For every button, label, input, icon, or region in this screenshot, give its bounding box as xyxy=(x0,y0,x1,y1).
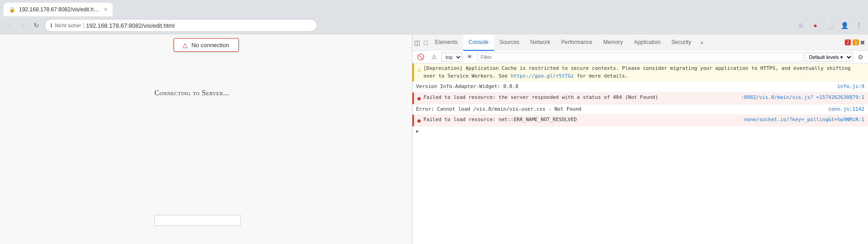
url-input[interactable] xyxy=(86,22,311,29)
devtools-panel: ◫ □ Elements Console Sources Network Per… xyxy=(412,34,868,244)
warn-count-badge: 1 xyxy=(853,39,859,45)
forward-button[interactable]: → xyxy=(17,20,28,31)
connecting-text: Connecting to Server... xyxy=(154,89,229,97)
devtools-error-indicators: 2 1 ✖ xyxy=(841,39,868,46)
browser-toolbar: ← → ↻ ℹ Nicht sicher | ☆ ● ⬜ 👤 ⋮ xyxy=(0,16,868,34)
error-count-badge: 2 xyxy=(845,39,851,45)
browser-window: 🔒 192.168.178.67:8082/vis/edit.html × ← … xyxy=(0,0,868,244)
console-caret: ▸ xyxy=(416,128,419,134)
extensions-button[interactable]: ⬜ xyxy=(824,20,835,31)
console-toolbar: 🚫 ⚠ top 👁 Default levels ▾ ⚙ xyxy=(412,51,868,63)
tab-favicon: 🔒 xyxy=(9,7,15,13)
devtools-tabs: Elements Console Sources Network Perform… xyxy=(429,34,841,51)
address-bar-container: ℹ Nicht sicher | xyxy=(45,19,317,32)
console-clear-button[interactable]: 🚫 xyxy=(414,53,427,61)
warn-icon: △ xyxy=(417,65,421,73)
console-line: ● Failed to load resource: the server re… xyxy=(412,93,868,104)
separator: | xyxy=(83,22,84,29)
tab-application[interactable]: Application xyxy=(629,34,666,51)
tab-bar: 🔒 192.168.178.67:8082/vis/edit.html × xyxy=(0,0,868,16)
tab-network[interactable]: Network xyxy=(525,34,556,51)
main-area: △ No connection Connecting to Server... … xyxy=(0,34,868,244)
security-label: Nicht sicher xyxy=(55,23,81,28)
devtools-settings-button[interactable]: ⚙ xyxy=(855,51,866,63)
webpage: △ No connection Connecting to Server... xyxy=(0,34,412,244)
console-source[interactable]: info.js:9 xyxy=(837,83,864,91)
menu-button[interactable]: ⋮ xyxy=(853,20,864,31)
devtools-top-toolbar: ◫ □ Elements Console Sources Network Per… xyxy=(412,34,868,51)
deprecation-link[interactable]: https://goo.gl/rStTGz xyxy=(511,73,574,79)
tab-elements[interactable]: Elements xyxy=(429,34,463,51)
console-line: Version Info-Adapter-Widget: 0.0.8 info.… xyxy=(412,82,868,93)
console-line: △ [Deprecation] Application Cache is res… xyxy=(412,63,868,82)
console-source[interactable]: none/socket.io/?key=_polling&t=%w9NMiR:1 xyxy=(744,116,864,124)
console-message-text: Failed to load resource: the server resp… xyxy=(423,94,737,102)
sync-button[interactable]: 👤 xyxy=(839,20,850,31)
devtools-more-tabs[interactable]: » xyxy=(697,39,707,46)
toolbar-right: ☆ ● ⬜ 👤 ⋮ xyxy=(795,20,864,31)
console-message-text: Version Info-Adapter-Widget: 0.0.8 xyxy=(416,83,833,91)
tab-sources[interactable]: Sources xyxy=(494,34,525,51)
browser-tab[interactable]: 🔒 192.168.178.67:8082/vis/edit.html × xyxy=(4,3,113,16)
tab-console[interactable]: Console xyxy=(463,34,494,51)
console-line: ● Failed to load resource: net::ERR_NAME… xyxy=(412,115,868,127)
error-icon: ● xyxy=(417,117,421,125)
console-filter-input[interactable] xyxy=(477,53,803,62)
console-filter-toggle[interactable]: ⚠ xyxy=(429,53,440,61)
devtools-screenshot-button[interactable]: □ xyxy=(422,34,429,51)
back-button[interactable]: ← xyxy=(4,20,15,31)
profile-button[interactable]: ● xyxy=(810,20,821,31)
no-connection-label: No connection xyxy=(191,42,229,49)
tab-memory[interactable]: Memory xyxy=(598,34,628,51)
console-source[interactable]: :8082/vis.0/main/vis.js? =1574262630879:… xyxy=(741,94,864,102)
bottom-input[interactable] xyxy=(154,215,241,226)
warning-icon: △ xyxy=(183,41,188,49)
devtools-dock-button[interactable]: ◫ xyxy=(412,34,422,51)
console-eye-button[interactable]: 👁 xyxy=(464,53,476,61)
console-message-text: Error: Cannot load /vis.0/main/vis-user.… xyxy=(416,106,825,113)
console-prompt: ▸ xyxy=(412,127,868,136)
console-source[interactable]: conn.js:1142 xyxy=(828,106,864,113)
tab-performance[interactable]: Performance xyxy=(556,34,598,51)
reload-button[interactable]: ↻ xyxy=(31,20,42,31)
devtools-close-button[interactable]: ✖ xyxy=(860,39,865,46)
security-icon: ℹ xyxy=(50,23,52,29)
error-icon: ● xyxy=(417,94,421,102)
tab-title: 192.168.178.67:8082/vis/edit.html xyxy=(19,6,100,13)
console-level-select[interactable]: Default levels ▾ xyxy=(805,53,853,62)
bookmark-button[interactable]: ☆ xyxy=(795,20,806,31)
console-message-text: [Deprecation] Application Cache is restr… xyxy=(423,65,864,80)
console-output: △ [Deprecation] Application Cache is res… xyxy=(412,63,868,244)
console-line: Error: Cannot load /vis.0/main/vis-user.… xyxy=(412,104,868,115)
tab-close-button[interactable]: × xyxy=(104,6,107,13)
console-message-text: Failed to load resource: net::ERR_NAME_N… xyxy=(423,116,740,124)
console-context-select[interactable]: top xyxy=(441,53,462,62)
no-connection-banner: △ No connection xyxy=(173,38,238,52)
tab-security[interactable]: Security xyxy=(666,34,696,51)
